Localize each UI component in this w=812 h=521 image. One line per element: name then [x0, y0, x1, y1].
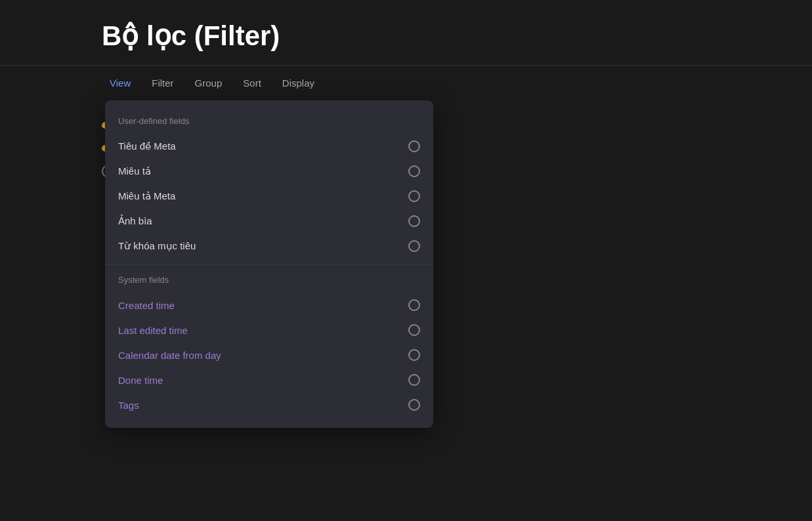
radio-last-edited-time[interactable] [408, 324, 420, 336]
field-name-tu-khoa: Từ khóa mục tiêu [118, 240, 196, 252]
field-item-calendar-date[interactable]: Calendar date from day [105, 343, 433, 367]
field-name-tieu-de-meta: Tiêu đề Meta [118, 140, 176, 152]
field-item-tags[interactable]: Tags [105, 392, 433, 417]
page-title: Bộ lọc (Filter) [0, 0, 812, 65]
field-item-tu-khoa[interactable]: Từ khóa mục tiêu [105, 234, 433, 259]
toolbar: View Filter Group Sort Display [0, 66, 812, 100]
radio-created-time[interactable] [408, 299, 420, 311]
field-item-mieu-ta-meta[interactable]: Miêu tả Meta [105, 184, 433, 209]
section-divider [105, 264, 433, 264]
field-name-last-edited-time: Last edited time [118, 325, 188, 336]
field-name-tags: Tags [118, 400, 139, 411]
toolbar-item-filter[interactable]: Filter [144, 73, 181, 93]
field-name-mieu-ta-meta: Miêu tả Meta [118, 190, 175, 202]
field-name-created-time: Created time [118, 300, 175, 311]
field-item-tieu-de-meta[interactable]: Tiêu đề Meta [105, 134, 433, 159]
field-item-anh-bia[interactable]: Ảnh bìa [105, 209, 433, 234]
toolbar-item-view[interactable]: View [102, 73, 139, 93]
toolbar-item-group[interactable]: Group [187, 73, 230, 93]
radio-calendar-date[interactable] [408, 349, 420, 361]
system-fields-label: System fields [105, 270, 433, 293]
field-name-mieu-ta: Miêu tả [118, 165, 151, 177]
radio-tu-khoa[interactable] [408, 240, 420, 252]
radio-mieu-ta[interactable] [408, 165, 420, 177]
toolbar-item-display[interactable]: Display [274, 73, 322, 93]
field-name-calendar-date: Calendar date from day [118, 350, 221, 361]
toolbar-item-sort[interactable]: Sort [235, 73, 269, 93]
field-item-created-time[interactable]: Created time [105, 293, 433, 318]
radio-mieu-ta-meta[interactable] [408, 190, 420, 202]
user-fields-label: User-defined fields [105, 111, 433, 134]
radio-done-time[interactable] [408, 374, 420, 386]
field-item-last-edited-time[interactable]: Last edited time [105, 318, 433, 343]
sort-dropdown-panel: User-defined fields Tiêu đề Meta Miêu tả… [105, 100, 433, 428]
field-item-done-time[interactable]: Done time [105, 367, 433, 392]
main-content: Chế Độ X Tùy Chọn + User-defined fields … [0, 100, 812, 183]
radio-tags[interactable] [408, 399, 420, 411]
field-name-done-time: Done time [118, 375, 163, 386]
radio-tieu-de-meta[interactable] [408, 140, 420, 152]
field-item-mieu-ta[interactable]: Miêu tả [105, 159, 433, 184]
radio-anh-bia[interactable] [408, 215, 420, 227]
field-name-anh-bia: Ảnh bìa [118, 215, 152, 227]
